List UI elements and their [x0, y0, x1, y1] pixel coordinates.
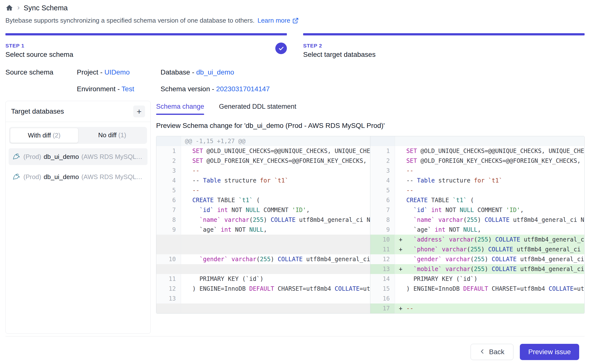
- diff-row: 12 `gender` varchar(255) COLLATE utf8mb4…: [370, 254, 584, 264]
- schema-preview-panel: Schema change Generated DDL statement Pr…: [156, 101, 585, 334]
- diff-row: 17+--: [370, 303, 584, 313]
- diff-row: 7 `id` int NOT NULL COMMENT 'ID',: [156, 205, 370, 215]
- diff-row: 8 `name` varchar(255) COLLATE utf8mb4_ge…: [156, 215, 370, 225]
- diff-row: 6CREATE TABLE `t1` (: [370, 195, 584, 205]
- step-1-bar: [5, 33, 287, 35]
- project-field: Project - UIDemo: [77, 68, 161, 76]
- stepper: STEP 1 Select source schema STEP 2 Selec…: [5, 33, 585, 59]
- db-name: db_ui_demo: [44, 153, 79, 161]
- diff-row: 4-- Table structure for `t1`: [370, 176, 584, 185]
- diff-row: 10 `gender` varchar(255) COLLATE utf8mb4…: [156, 254, 370, 264]
- diff-row: [370, 136, 584, 146]
- back-button[interactable]: Back: [471, 344, 513, 360]
- diff-row: 16: [370, 294, 584, 303]
- step-2-bar: [303, 33, 585, 35]
- source-schema-summary: Source schema Project - UIDemo Database …: [5, 68, 585, 93]
- diff-row: [156, 235, 370, 244]
- db-environment: (Prod): [23, 173, 41, 181]
- db-instance: (AWS RDS MySQL Prod): [81, 153, 144, 161]
- step-1-label: STEP 1: [5, 43, 287, 49]
- tab-generated-ddl[interactable]: Generated DDL statement: [219, 103, 296, 115]
- diff-row: 4-- Table structure for `t1`: [156, 176, 370, 185]
- db-name: db_ui_demo: [44, 173, 79, 181]
- diff-row: [156, 264, 370, 274]
- mysql-icon: [12, 152, 21, 161]
- environment-field: Environment - Test: [77, 85, 161, 93]
- target-database-list: (Prod) db_ui_demo (AWS RDS MySQL Prod) (…: [6, 144, 150, 193]
- chevron-left-icon: [480, 348, 485, 356]
- diff-row: 8 `name` varchar(255) COLLATE utf8mb4_ge…: [370, 215, 584, 225]
- diff-row: 3--: [370, 166, 584, 176]
- database-link[interactable]: db_ui_demo: [196, 68, 234, 76]
- diff-row: 13+ `mobile` varchar(255) COLLATE utf8mb…: [370, 264, 584, 274]
- preview-tabs: Schema change Generated DDL statement: [156, 103, 585, 115]
- step-complete-check-icon: [275, 43, 287, 54]
- schema-diff-viewer[interactable]: @@ -1,15 +1,27 @@1SET @OLD_UNIQUE_CHECKS…: [156, 136, 585, 314]
- source-schema-label: Source schema: [5, 68, 77, 93]
- add-database-button[interactable]: +: [133, 106, 145, 117]
- chevron-right-icon: ›: [17, 4, 20, 11]
- diff-pane-old: @@ -1,15 +1,27 @@1SET @OLD_UNIQUE_CHECKS…: [156, 136, 370, 313]
- preview-issue-button[interactable]: Preview issue: [520, 344, 579, 360]
- diff-row: 1SET @OLD_UNIQUE_CHECKS=@@UNIQUE_CHECKS,…: [156, 146, 370, 156]
- tab-with-diff[interactable]: With diff (2): [10, 128, 78, 143]
- diff-row: 15) ENGINE=InnoDB DEFAULT CHARSET=utf8mb…: [370, 284, 584, 294]
- diff-row: 2SET @OLD_FOREIGN_KEY_CHECKS=@@FOREIGN_K…: [156, 156, 370, 166]
- project-link[interactable]: UIDemo: [104, 68, 130, 76]
- database-field: Database - db_ui_demo: [161, 68, 270, 76]
- diff-pane-new: 1SET @OLD_UNIQUE_CHECKS=@@UNIQUE_CHECKS,…: [370, 136, 584, 313]
- footer-actions: Back Preview issue: [5, 336, 585, 360]
- db-environment: (Prod): [23, 153, 41, 161]
- page-description: Bytebase supports synchronizing a specif…: [5, 17, 585, 24]
- breadcrumb: › Sync Schema: [5, 0, 585, 12]
- diff-row: 13: [156, 294, 370, 303]
- target-databases-header: Target databases +: [6, 101, 150, 122]
- description-text: Bytebase supports synchronizing a specif…: [5, 17, 255, 24]
- database-list-item[interactable]: (Prod) db_ui_demo (AWS RDS MySQL Prod): [9, 148, 148, 165]
- external-link-icon: [292, 17, 299, 24]
- diff-row: 12) ENGINE=InnoDB DEFAULT CHARSET=utf8mb…: [156, 284, 370, 294]
- target-databases-panel: Target databases + With diff (2) No diff…: [5, 101, 151, 334]
- plus-icon: +: [137, 107, 142, 116]
- diff-row: @@ -1,15 +1,27 @@: [156, 136, 370, 146]
- sync-schema-page: › Sync Schema Bytebase supports synchron…: [0, 0, 590, 360]
- diff-row: 7 `id` int NOT NULL COMMENT 'ID',: [370, 205, 584, 215]
- source-schema-fields: Project - UIDemo Database - db_ui_demo E…: [77, 68, 270, 93]
- diff-row: 9 `age` int NOT NULL,: [370, 225, 584, 235]
- target-databases-title: Target databases: [11, 107, 64, 115]
- schema-version-link[interactable]: 20230317014147: [216, 85, 270, 93]
- home-icon[interactable]: [5, 4, 13, 12]
- step-2-title: Select target databases: [303, 51, 585, 59]
- no-diff-count: (1): [118, 131, 126, 139]
- diff-row: 11 PRIMARY KEY (`id`): [156, 274, 370, 284]
- diff-filter-tabs: With diff (2) No diff (1): [9, 127, 147, 144]
- tab-schema-change[interactable]: Schema change: [156, 103, 204, 115]
- diff-row: 9 `age` int NOT NULL,: [156, 225, 370, 235]
- page-title: Sync Schema: [24, 4, 68, 12]
- preview-title: Preview Schema change for 'db_ui_demo (P…: [156, 122, 585, 130]
- diff-row: 3--: [156, 166, 370, 176]
- diff-row: 11+ `phone` varchar(255) COLLATE utf8mb4…: [370, 244, 584, 254]
- diff-row: [156, 244, 370, 254]
- step-2: STEP 2 Select target databases: [303, 33, 585, 59]
- environment-link[interactable]: Test: [122, 85, 134, 93]
- with-diff-count: (2): [53, 132, 61, 139]
- schema-version-field: Schema version - 20230317014147: [161, 85, 270, 93]
- diff-row: 5--: [370, 185, 584, 195]
- main-content: Target databases + With diff (2) No diff…: [5, 101, 585, 334]
- diff-row: [156, 303, 370, 313]
- database-list-item[interactable]: (Prod) db_ui_demo (AWS RDS MySQL Prod): [9, 168, 148, 185]
- tab-no-diff[interactable]: No diff (1): [78, 128, 146, 143]
- diff-row: 10+ `address` varchar(255) COLLATE utf8m…: [370, 235, 584, 244]
- learn-more-link[interactable]: Learn more: [258, 17, 299, 24]
- diff-row: 2SET @OLD_FOREIGN_KEY_CHECKS=@@FOREIGN_K…: [370, 156, 584, 166]
- diff-row: 6CREATE TABLE `t1` (: [156, 195, 370, 205]
- mysql-icon: [12, 172, 21, 181]
- diff-row: 14 PRIMARY KEY (`id`): [370, 274, 584, 284]
- diff-row: 1SET @OLD_UNIQUE_CHECKS=@@UNIQUE_CHECKS,…: [370, 146, 584, 156]
- diff-row: 5--: [156, 185, 370, 195]
- db-instance: (AWS RDS MySQL Prod): [81, 173, 144, 181]
- step-1: STEP 1 Select source schema: [5, 33, 287, 59]
- step-2-label: STEP 2: [303, 43, 585, 49]
- step-1-title: Select source schema: [5, 51, 287, 59]
